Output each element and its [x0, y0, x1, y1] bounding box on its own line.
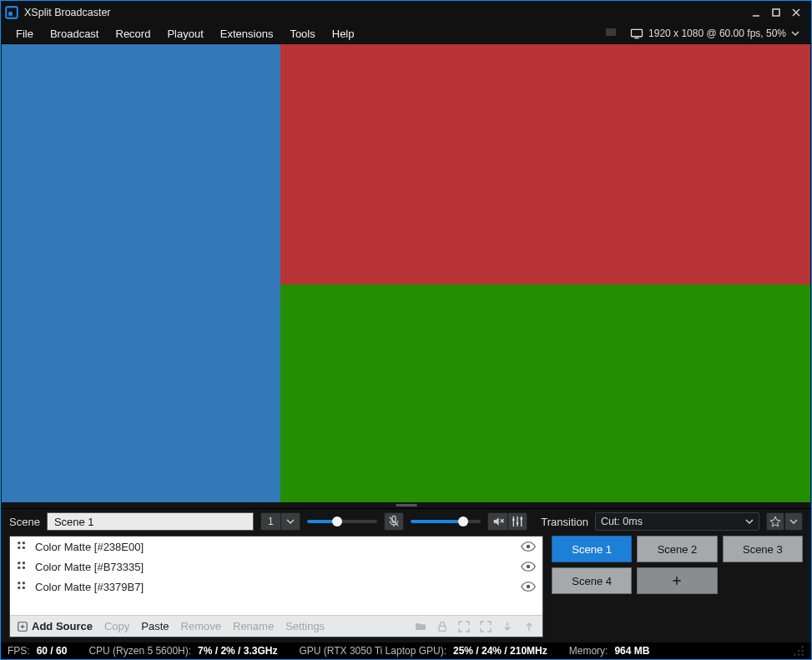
gpu-value: 25% / 24% / 210MHz [453, 645, 547, 657]
menu-record[interactable]: Record [108, 23, 159, 43]
svg-rect-6 [632, 29, 643, 36]
scene-button-4[interactable]: Scene 4 [552, 567, 632, 594]
window-title: XSplit Broadcaster [24, 7, 111, 18]
svg-point-25 [23, 582, 25, 584]
drag-handle-icon [17, 541, 28, 552]
status-bar: FPS: 60 / 60 CPU (Ryzen 5 5600H): 7% / 2… [1, 642, 811, 659]
expand-icon[interactable] [457, 620, 471, 633]
menu-tools[interactable]: Tools [281, 23, 323, 43]
cpu-value: 7% / 2% / 3.3GHz [198, 645, 277, 657]
fps-value: 60 / 60 [37, 645, 68, 657]
move-down-icon[interactable] [501, 620, 514, 633]
gpu-label: GPU (RTX 3050 Ti Laptop GPU): [299, 645, 446, 657]
svg-rect-32 [439, 626, 446, 631]
menu-playout[interactable]: Playout [159, 23, 211, 43]
drag-handle-icon [17, 561, 28, 572]
speaker-mute-button[interactable] [487, 512, 507, 531]
lock-icon[interactable] [436, 620, 449, 633]
source-row[interactable]: Color Matte [#B73335] [10, 557, 542, 577]
scene-name-input[interactable]: Scene 1 [47, 512, 254, 531]
memory-label: Memory: [569, 645, 608, 657]
add-scene-button[interactable] [637, 567, 717, 594]
chevron-down-icon [745, 517, 754, 526]
chevron-down-icon [286, 517, 295, 526]
sources-panel: Color Matte [#238E00] Color Matte [#B733… [9, 536, 543, 637]
stinger-dropdown[interactable] [784, 512, 803, 531]
mic-off-icon [387, 515, 401, 528]
add-source-label: Add Source [32, 620, 93, 632]
scene-button-2[interactable]: Scene 2 [637, 536, 717, 562]
star-icon [769, 516, 781, 527]
menu-broadcast[interactable]: Broadcast [42, 23, 108, 43]
move-up-icon[interactable] [522, 620, 536, 633]
menu-file[interactable]: File [8, 23, 42, 43]
svg-point-26 [18, 587, 20, 589]
share-icon[interactable] [603, 26, 618, 41]
color-matte-green[interactable] [280, 285, 810, 502]
minimize-button[interactable] [746, 3, 766, 23]
svg-point-21 [18, 567, 20, 569]
menu-help[interactable]: Help [324, 23, 363, 43]
remove-button[interactable]: Remove [181, 620, 221, 632]
mic-volume-slider[interactable] [307, 512, 377, 531]
add-source-button[interactable]: Add Source [17, 620, 93, 632]
svg-point-23 [527, 565, 531, 569]
audio-mixer-button[interactable] [507, 512, 527, 531]
menu-extensions[interactable]: Extensions [212, 23, 282, 43]
source-row[interactable]: Color Matte [#3379B7] [10, 577, 542, 597]
source-row[interactable]: Color Matte [#238E00] [10, 537, 542, 557]
svg-point-35 [802, 646, 804, 647]
speaker-off-icon [492, 515, 505, 528]
svg-point-27 [23, 587, 25, 589]
svg-point-12 [517, 522, 519, 525]
source-name: Color Matte [#238E00] [35, 541, 521, 553]
svg-point-19 [18, 562, 20, 564]
svg-point-11 [512, 519, 515, 521]
svg-point-28 [527, 585, 531, 589]
maximize-button[interactable] [766, 3, 786, 23]
visibility-toggle-icon[interactable] [521, 541, 536, 552]
svg-point-39 [798, 654, 799, 656]
copy-button[interactable]: Copy [104, 620, 129, 632]
color-matte-blue[interactable] [2, 44, 280, 502]
transition-label: Transition [541, 516, 588, 528]
chevron-down-icon [791, 29, 799, 38]
svg-point-36 [802, 650, 804, 652]
speaker-volume-slider[interactable] [411, 512, 481, 531]
color-matte-red[interactable] [280, 44, 810, 285]
preview-canvas[interactable] [2, 44, 810, 502]
scene-button-3[interactable]: Scene 3 [723, 536, 803, 562]
stinger-favorite-button[interactable] [766, 512, 784, 531]
transition-select[interactable]: Cut: 0ms [595, 512, 759, 531]
visibility-toggle-icon[interactable] [521, 561, 536, 572]
close-button[interactable] [786, 3, 806, 23]
rename-button[interactable]: Rename [233, 620, 274, 632]
scene-button-1[interactable]: Scene 1 [552, 536, 632, 562]
folder-icon[interactable] [414, 620, 427, 633]
sliders-icon [511, 515, 524, 528]
output-resolution-button[interactable]: 1920 x 1080 @ 60.00 fps, 50% [625, 23, 804, 43]
fps-label: FPS: [8, 645, 30, 657]
settings-button[interactable]: Settings [285, 620, 325, 632]
svg-rect-3 [773, 9, 779, 16]
paste-button[interactable]: Paste [141, 620, 169, 632]
drag-handle-icon [17, 581, 28, 592]
svg-point-15 [23, 542, 25, 544]
monitor-icon [630, 28, 643, 39]
svg-point-37 [798, 650, 799, 652]
sources-footer: Add Source Copy Paste Remove Rename Sett… [10, 615, 542, 637]
svg-point-20 [23, 562, 25, 564]
chevron-down-icon [789, 517, 798, 526]
svg-point-40 [794, 654, 795, 656]
svg-point-24 [18, 582, 20, 584]
visibility-toggle-icon[interactable] [521, 581, 536, 592]
mic-mute-button[interactable] [384, 512, 404, 531]
panel-splitter[interactable] [1, 502, 811, 508]
resize-grip-icon[interactable] [793, 645, 804, 657]
svg-point-13 [521, 517, 523, 520]
scenes-grid: Scene 1 Scene 2 Scene 3 Scene 4 [552, 536, 803, 637]
scene-preset-dropdown[interactable] [280, 512, 300, 531]
scene-preset-number[interactable]: 1 [260, 512, 280, 531]
scene-label: Scene [9, 516, 40, 528]
fit-icon[interactable] [479, 620, 492, 633]
